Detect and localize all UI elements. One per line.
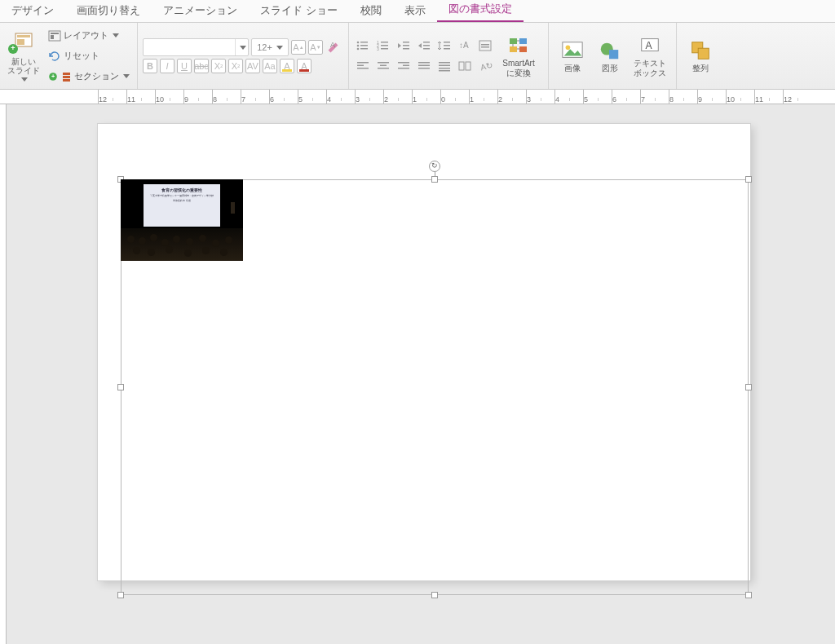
- vertical-ruler[interactable]: [0, 104, 7, 644]
- textbox-button[interactable]: A テキスト ボックス: [629, 26, 671, 86]
- svg-rect-33: [481, 44, 489, 46]
- new-slide-button[interactable]: + 新しい スライド: [5, 26, 42, 86]
- italic-button[interactable]: I: [160, 59, 175, 73]
- group-font: 12+ A▲ A▼ A B I U abc X2 X2 AV Aa A A: [138, 23, 349, 89]
- workspace: 1211109876543210123456789101112 食育の習慣化の重…: [0, 90, 835, 644]
- inserted-picture[interactable]: 食育の習慣化の重要性 千葉大学予防医学センター健康都市・空間デザイン学分野 準教…: [121, 179, 243, 261]
- decrease-indent-button[interactable]: [395, 37, 413, 55]
- svg-rect-34: [481, 46, 489, 48]
- svg-rect-30: [444, 48, 450, 50]
- svg-rect-49: [439, 68, 450, 69]
- font-size-selector[interactable]: 12+: [251, 38, 289, 56]
- svg-rect-44: [418, 62, 430, 64]
- svg-rect-23: [403, 45, 409, 46]
- underline-button[interactable]: U: [177, 59, 192, 73]
- align-right-button[interactable]: [395, 57, 413, 75]
- tab-picture-format[interactable]: 図の書式設定: [437, 0, 524, 22]
- columns-button[interactable]: [456, 57, 474, 75]
- svg-rect-65: [698, 48, 709, 59]
- strikethrough-button[interactable]: abc: [194, 59, 209, 73]
- line-spacing-button[interactable]: [435, 37, 453, 55]
- svg-point-59: [566, 45, 571, 50]
- ribbon: + 新しい スライド レイアウト リセット + セクション: [0, 23, 835, 90]
- arrange-button[interactable]: 整列: [682, 26, 719, 86]
- align-left-button[interactable]: [354, 57, 372, 75]
- resize-handle-tm[interactable]: [431, 176, 438, 183]
- reset-icon: [48, 51, 61, 62]
- bullets-button[interactable]: [354, 37, 372, 55]
- justify-button[interactable]: [415, 57, 433, 75]
- tab-slideshow[interactable]: スライド ショー: [249, 0, 349, 22]
- ruler-corner: [0, 90, 98, 104]
- decrease-font-button[interactable]: A▼: [308, 40, 323, 55]
- slide-canvas[interactable]: 食育の習慣化の重要性 千葉大学予防医学センター健康都市・空間デザイン学分野 準教…: [98, 124, 750, 580]
- font-color-button[interactable]: A: [297, 59, 311, 73]
- svg-rect-22: [403, 42, 409, 43]
- svg-text:A: A: [330, 41, 335, 49]
- svg-rect-19: [381, 45, 388, 46]
- bold-button[interactable]: B: [143, 59, 157, 73]
- shapes-button[interactable]: 図形: [591, 26, 629, 86]
- tab-transitions[interactable]: 画面切り替え: [65, 0, 152, 22]
- increase-font-button[interactable]: A▲: [291, 40, 306, 55]
- ribbon-tabstrip: デザイン 画面切り替え アニメーション スライド ショー 校閲 表示 図の書式設…: [0, 0, 835, 23]
- svg-rect-51: [459, 62, 464, 70]
- text-rotation-button[interactable]: A↻: [476, 57, 494, 75]
- svg-rect-17: [381, 42, 388, 43]
- tab-animations[interactable]: アニメーション: [152, 0, 249, 22]
- svg-rect-41: [398, 62, 409, 64]
- tab-review[interactable]: 校閲: [349, 0, 393, 22]
- tab-design[interactable]: デザイン: [0, 0, 65, 22]
- svg-rect-6: [63, 73, 70, 75]
- svg-rect-13: [360, 45, 368, 46]
- reset-button[interactable]: リセット: [46, 47, 132, 65]
- resize-handle-bl[interactable]: [117, 592, 124, 598]
- svg-point-12: [357, 45, 360, 47]
- section-button[interactable]: + セクション: [46, 68, 132, 86]
- svg-rect-46: [418, 68, 430, 69]
- align-text-button[interactable]: [476, 37, 494, 55]
- svg-rect-2: [17, 39, 24, 45]
- svg-rect-55: [519, 38, 527, 44]
- subscript-button[interactable]: X2: [228, 59, 243, 73]
- convert-to-smartart-button[interactable]: SmartArt に変換: [494, 26, 543, 86]
- svg-rect-42: [403, 65, 409, 67]
- svg-point-10: [357, 42, 360, 44]
- font-size-value: 12+: [257, 42, 272, 52]
- svg-text:A: A: [645, 40, 652, 51]
- svg-rect-29: [444, 45, 450, 46]
- align-center-button[interactable]: [374, 57, 392, 75]
- text-direction-button[interactable]: ↕A: [456, 37, 474, 55]
- font-selector[interactable]: [143, 38, 249, 56]
- clear-formatting-button[interactable]: A: [325, 38, 343, 56]
- chevron-down-icon: [276, 46, 283, 50]
- picture-icon: [561, 39, 584, 62]
- increase-indent-button[interactable]: [415, 37, 433, 55]
- picture-button[interactable]: 画像: [554, 26, 591, 86]
- resize-handle-ml[interactable]: [117, 384, 124, 390]
- chevron-down-icon: [21, 77, 28, 82]
- layout-button[interactable]: レイアウト: [46, 27, 132, 45]
- svg-rect-26: [423, 45, 430, 46]
- horizontal-ruler[interactable]: 1211109876543210123456789101112: [98, 90, 835, 104]
- resize-handle-bm[interactable]: [431, 592, 438, 598]
- superscript-button[interactable]: X2: [211, 59, 226, 73]
- resize-handle-br[interactable]: [745, 592, 752, 598]
- distributed-button[interactable]: [435, 57, 453, 75]
- character-spacing-button[interactable]: AV: [245, 59, 260, 73]
- resize-handle-mr[interactable]: [745, 384, 752, 390]
- svg-rect-56: [510, 46, 517, 52]
- tab-view[interactable]: 表示: [393, 0, 437, 22]
- svg-rect-47: [439, 62, 450, 64]
- picture-screen-sub1: 千葉大学予防医学センター健康都市・空間デザイン学分野: [150, 194, 214, 197]
- highlight-button[interactable]: A: [280, 59, 294, 73]
- svg-point-14: [357, 48, 360, 51]
- change-case-button[interactable]: Aa: [263, 59, 277, 73]
- group-paragraph: 123 ↕A A↻ SmartArt に変換: [349, 23, 549, 89]
- plus-icon: +: [8, 44, 18, 54]
- numbering-button[interactable]: 123: [374, 37, 392, 55]
- section-label: セクション: [74, 70, 119, 82]
- rotation-handle[interactable]: [429, 161, 440, 172]
- resize-handle-tr[interactable]: [745, 176, 752, 183]
- svg-rect-24: [403, 48, 409, 50]
